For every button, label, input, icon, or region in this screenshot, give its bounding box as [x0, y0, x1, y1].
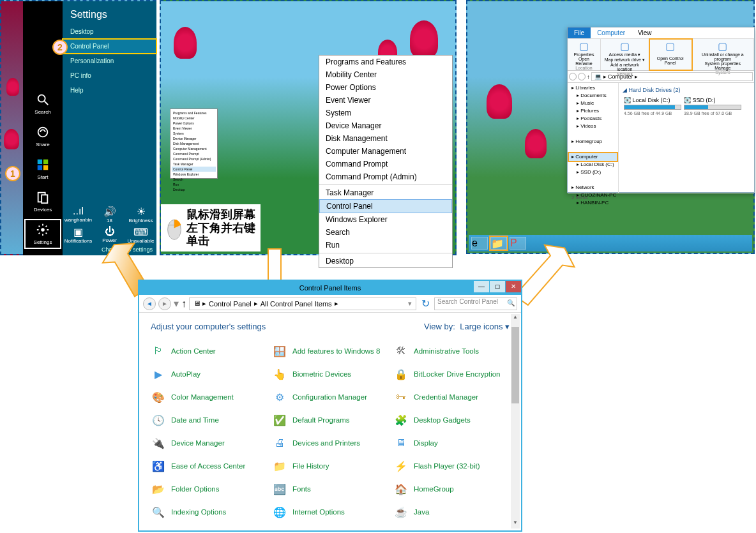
scroll-thumb[interactable]	[511, 327, 519, 403]
cp-item-add-features-to-windows-8[interactable]: 🪟Add features to Windows 8	[272, 342, 388, 361]
tab-view[interactable]: View	[631, 27, 658, 38]
cp-item-biometric-devices[interactable]: 👆Biometric Devices	[272, 364, 388, 384]
cp-item-autoplay[interactable]: ▶AutoPlay	[151, 364, 267, 384]
cp-item-device-manager[interactable]: 🔌Device Manager	[151, 433, 267, 453]
cp-item-configuration-manager[interactable]: ⚙Configuration Manager	[272, 387, 388, 407]
cp-item-language[interactable]: 🌍Language	[272, 525, 388, 530]
tab-file[interactable]: File	[568, 27, 591, 38]
settings-item-control-panel[interactable]: Control Panel	[63, 39, 156, 54]
winx-windows-explorer[interactable]: Windows Explorer	[319, 213, 452, 226]
charm-share[interactable]: Share	[23, 120, 63, 153]
winx-task-manager[interactable]: Task Manager	[319, 186, 452, 199]
tree-node[interactable]: ▸ Videos	[569, 123, 617, 130]
view-by-select[interactable]: Large icons ▾	[460, 322, 510, 331]
winx-system[interactable]: System	[319, 107, 452, 119]
charm-settings[interactable]: Settings	[23, 218, 63, 250]
cp-item-keyboard[interactable]: ⌨Keyboard	[151, 525, 267, 530]
up-button[interactable]: ↑	[587, 73, 590, 80]
cp-item-fonts[interactable]: 🔤Fonts	[272, 479, 388, 499]
minimize-button[interactable]: —	[474, 281, 489, 292]
refresh-button[interactable]: ↻	[419, 297, 432, 310]
ribbon-group[interactable]: ▢PropertiesOpen RenameLocation	[568, 39, 601, 70]
settings-tile[interactable]: ▣Notifications	[63, 226, 94, 244]
settings-tile[interactable]: ☀Brightness	[125, 206, 156, 223]
tree-node[interactable]: ▸ Documents	[569, 92, 617, 100]
cp-item-java[interactable]: ☕Java	[393, 502, 510, 522]
settings-tile[interactable]: ⌨Unavailable	[125, 226, 156, 244]
tree-node[interactable]: ▸ Homegroup	[569, 138, 617, 146]
winx-mobility-center[interactable]: Mobility Center	[319, 68, 452, 81]
winx-power-options[interactable]: Power Options	[319, 81, 452, 94]
winx-command-prompt[interactable]: Command Prompt	[319, 158, 452, 170]
drives-pane: ◢ Hard Disk Drives (2) 💽 Local Disk (C:)…	[619, 83, 754, 193]
cp-item-location-settings[interactable]: 📍Location Settings	[393, 525, 510, 530]
winx-search[interactable]: Search	[319, 226, 452, 239]
charm-devices[interactable]: Devices	[23, 185, 63, 218]
cp-item-bitlocker-drive-encryption[interactable]: 🔒BitLocker Drive Encryption	[393, 364, 510, 384]
settings-item-help[interactable]: Help	[63, 83, 156, 98]
tree-computer[interactable]: ▸ Computer	[569, 153, 617, 161]
settings-tile[interactable]: ⏻Power	[94, 226, 125, 244]
winx-computer-management[interactable]: Computer Management	[319, 145, 452, 158]
settings-tile[interactable]: ..ılwanghanbin	[63, 206, 94, 223]
cp-item-flash-player-32-bit-[interactable]: ⚡Flash Player (32-bit)	[393, 456, 510, 476]
tree-node[interactable]: ▸ SSD (D:)	[569, 169, 617, 176]
ribbon-group[interactable]: ▢Access media ▾Map network drive ▾Add a …	[601, 39, 649, 70]
tree-node[interactable]: ▸ Network	[569, 184, 617, 191]
winx-command-prompt-admin-[interactable]: Command Prompt (Admin)	[319, 170, 452, 183]
scroll-up[interactable]: ▲	[511, 314, 520, 323]
winx-event-viewer[interactable]: Event Viewer	[319, 94, 452, 107]
tab-computer[interactable]: Computer	[591, 27, 631, 38]
search-input[interactable]: Search Control Panel	[434, 297, 517, 310]
settings-item-pc-info[interactable]: PC info	[63, 68, 156, 83]
back-button[interactable]	[569, 73, 577, 80]
cp-item-credential-manager[interactable]: 🗝Credential Manager	[393, 387, 510, 407]
forward-button[interactable]	[578, 73, 586, 80]
svg-rect-5	[38, 165, 42, 170]
tree-node[interactable]: ▸ Local Disk (C:)	[569, 161, 617, 169]
charm-search[interactable]: Search	[23, 87, 63, 120]
cp-item-color-management[interactable]: 🎨Color Management	[151, 387, 267, 407]
up-button[interactable]: ↑	[181, 298, 186, 310]
back-button[interactable]: ◄	[143, 297, 156, 310]
tree-node[interactable]: ▸ Music	[569, 100, 617, 107]
cp-item-devices-and-printers[interactable]: 🖨Devices and Printers	[272, 433, 388, 453]
cp-item-date-and-time[interactable]: 🕓Date and Time	[151, 410, 267, 430]
scrollbar[interactable]: ▲ ▼	[511, 314, 520, 529]
winx-run[interactable]: Run	[319, 239, 452, 251]
cp-item-folder-options[interactable]: 📂Folder Options	[151, 479, 267, 499]
taskbar-ie[interactable]: e	[471, 237, 488, 250]
settings-tile[interactable]: 🔊18	[94, 206, 125, 223]
tree-node[interactable]: ▸ Pictures	[569, 107, 617, 115]
tree-node[interactable]: ▸ Libraries	[569, 84, 617, 92]
ribbon-group[interactable]: ▢Open Control Panel	[649, 39, 692, 70]
charm-start[interactable]: Start	[23, 153, 63, 185]
forward-button[interactable]: ►	[158, 297, 171, 310]
cp-item-ease-of-access-center[interactable]: ♿Ease of Access Center	[151, 456, 267, 476]
cp-item-internet-options[interactable]: 🌐Internet Options	[272, 502, 388, 522]
scroll-down[interactable]: ▼	[511, 520, 520, 529]
cp-item-display[interactable]: 🖥Display	[393, 433, 510, 453]
winx-programs-and-features[interactable]: Programs and Features	[319, 56, 452, 68]
cp-item-homegroup[interactable]: 🏠HomeGroup	[393, 479, 510, 499]
drive-item[interactable]: 💽 Local Disk (C:)4.56 GB free of 44.9 GB	[624, 97, 681, 116]
cp-item-administrative-tools[interactable]: 🛠Administrative Tools	[393, 342, 510, 361]
ribbon-group[interactable]: ▢Uninstall or change a programSystem pro…	[692, 39, 754, 70]
settings-item-personalization[interactable]: Personalization	[63, 54, 156, 68]
maximize-button[interactable]: ◻	[490, 281, 505, 292]
settings-item-desktop[interactable]: Desktop	[63, 24, 156, 39]
cp-item-indexing-options[interactable]: 🔍Indexing Options	[151, 502, 267, 522]
winx-disk-management[interactable]: Disk Management	[319, 132, 452, 145]
winx-control-panel[interactable]: Control Panel	[319, 199, 452, 213]
drive-item[interactable]: 💽 SSD (D:)38.9 GB free of 67.0 GB	[684, 97, 741, 116]
cp-item-default-programs[interactable]: ✅Default Programs	[272, 410, 388, 430]
tree-node[interactable]: ▸ Podcasts	[569, 115, 617, 123]
winx-device-manager[interactable]: Device Manager	[319, 119, 452, 132]
cp-item-desktop-gadgets[interactable]: 🧩Desktop Gadgets	[393, 410, 510, 430]
breadcrumb[interactable]: 🖥 ▸Control Panel▸All Control Panel Items…	[189, 297, 416, 310]
close-button[interactable]: ✕	[506, 281, 521, 292]
winx-desktop[interactable]: Desktop	[319, 255, 452, 267]
cp-item-file-history[interactable]: 📁File History	[272, 456, 388, 476]
cp-item-action-center[interactable]: 🏳Action Center	[151, 342, 267, 361]
address-path[interactable]: 💻 ▸ Computer ▸	[591, 72, 753, 81]
